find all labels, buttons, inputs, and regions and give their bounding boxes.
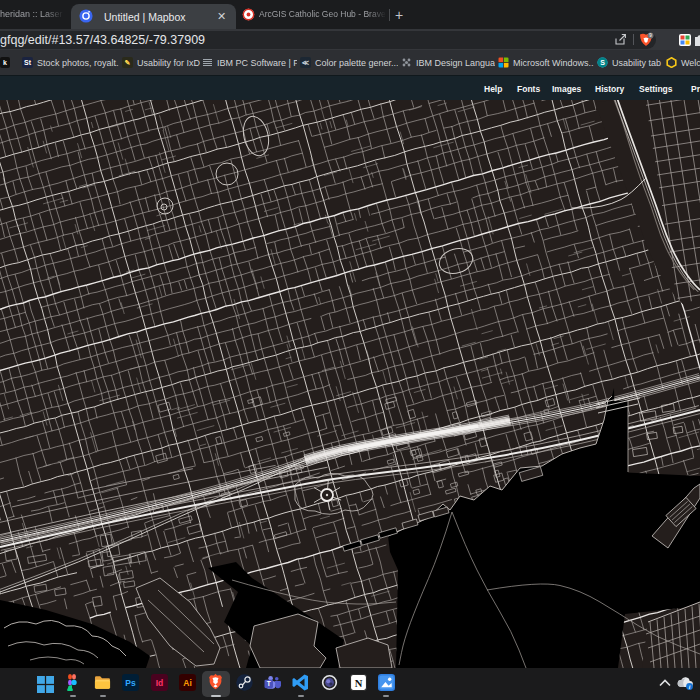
svg-text:Ps: Ps	[125, 678, 136, 688]
svg-text:Ai: Ai	[183, 678, 192, 688]
svg-text:T: T	[267, 680, 271, 687]
svg-text:N: N	[355, 678, 363, 689]
svg-text:Id: Id	[156, 678, 164, 688]
svg-text:S: S	[600, 59, 605, 66]
